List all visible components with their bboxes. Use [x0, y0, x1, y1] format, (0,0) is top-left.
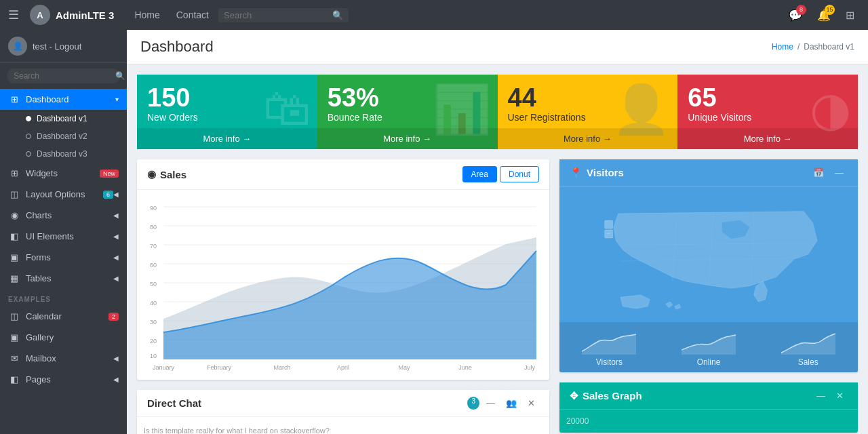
count-badge: 6	[103, 191, 113, 199]
top-search-input[interactable]	[224, 10, 332, 20]
forms-icon: ▣	[8, 252, 20, 262]
top-search-button[interactable]: 🔍	[332, 10, 343, 20]
svg-text:60: 60	[150, 262, 157, 269]
sales-graph-card: ✥ Sales Graph — ✕ 20000	[559, 382, 858, 433]
sales-minimize-btn[interactable]: —	[812, 389, 829, 402]
breadcrumb-home[interactable]: Home	[772, 42, 793, 52]
visitors-footer: Visitors Online	[559, 322, 858, 372]
sidebar-item-gallery[interactable]: ▣ Gallery	[0, 327, 127, 348]
sidebar-item-label: Charts	[26, 210, 113, 220]
charts-icon: ◉	[8, 210, 20, 220]
dashboard-icon: ⊞	[8, 94, 20, 104]
sidebar-item-charts[interactable]: ◉ Charts ◀	[0, 205, 127, 226]
svg-text:June: June	[458, 364, 472, 371]
notifications-badge: 15	[825, 5, 835, 15]
layout-icon: ◫	[8, 189, 20, 199]
svg-text:20: 20	[150, 338, 157, 344]
tables-icon: ▦	[8, 273, 20, 283]
map-pin-icon: 📍	[570, 167, 583, 179]
breadcrumb-current: Dashboard v1	[804, 42, 854, 52]
bounce-icon: 📊	[432, 81, 491, 137]
notifications-icon[interactable]: 🔔 15	[812, 6, 836, 24]
sidebar-search-button[interactable]: 🔍	[115, 71, 125, 81]
messages-icon[interactable]: 💬 8	[783, 6, 808, 24]
sidebar-search-input[interactable]	[14, 71, 115, 81]
sales-graph-body: 20000	[559, 410, 858, 433]
sales-svg: 90 80 70 60 50 40 30 20 10	[144, 197, 542, 373]
subitem-label: Dashboard v1	[37, 114, 87, 123]
sub-dot-icon	[26, 134, 31, 139]
sidebar-item-label: Layout Options	[26, 189, 103, 199]
chat-count-badge: 3	[467, 397, 479, 410]
visitors-minimize-btn[interactable]: —	[831, 166, 848, 179]
svg-text:40: 40	[150, 300, 157, 307]
sales-card-header: ◉ Sales Area Donut	[137, 159, 549, 190]
sidebar-subitem-dashboard-v3[interactable]: Dashboard v3	[0, 145, 127, 163]
mini-chart-svg	[781, 331, 835, 355]
examples-section: EXAMPLES	[0, 289, 127, 306]
sidebar-toggle[interactable]: ☰	[8, 7, 19, 22]
chevron-icon: ◀	[113, 254, 119, 261]
sidebar-item-label: Dashboard	[26, 94, 115, 104]
sidebar-item-label: Calendar	[26, 311, 108, 321]
visitors-title: 📍 Visitors	[570, 167, 624, 179]
sidebar-subitem-dashboard-v1[interactable]: Dashboard v1	[0, 110, 127, 127]
sub-dot-icon	[26, 151, 31, 157]
svg-text:+: +	[607, 221, 610, 227]
brand-name: AdminLTE 3	[56, 9, 114, 21]
visitors-stat-visitors: Visitors	[559, 322, 659, 372]
visitors-calendar-btn[interactable]: 📅	[809, 166, 828, 179]
chat-collapse-btn[interactable]: —	[482, 397, 499, 410]
sidebar-item-dashboard[interactable]: ⊞ Dashboard ▾	[0, 89, 127, 110]
chat-close-btn[interactable]: ✕	[524, 397, 539, 410]
chat-messages: Is this template really for what I heard…	[137, 417, 549, 434]
svg-text:70: 70	[150, 243, 157, 250]
sidebar-item-mailbox[interactable]: ✉ Mailbox ◀	[0, 348, 127, 369]
vis-icon: ◑	[810, 81, 851, 137]
sidebar-item-widgets[interactable]: ⊞ Widgets New	[0, 163, 127, 184]
chevron-icon: ▾	[115, 96, 119, 103]
chevron-icon: ◀	[113, 233, 119, 240]
chevron-icon: ◀	[113, 376, 119, 383]
page-title: Dashboard	[140, 38, 214, 56]
svg-text:May: May	[398, 364, 410, 371]
usa-map-svg: + −	[559, 186, 858, 322]
donut-button[interactable]: Donut	[500, 166, 539, 182]
sidebar-item-forms[interactable]: ▣ Forms ◀	[0, 247, 127, 268]
sidebar-item-label: Gallery	[26, 332, 119, 342]
sidebar-item-pages[interactable]: ◧ Pages ◀	[0, 369, 127, 390]
svg-text:90: 90	[150, 205, 157, 212]
sales-chart-area: 90 80 70 60 50 40 30 20 10	[144, 197, 542, 373]
sales-close-btn[interactable]: ✕	[832, 389, 848, 402]
svg-text:January: January	[153, 364, 175, 371]
area-button[interactable]: Area	[462, 166, 497, 182]
sub-dot-icon	[26, 116, 31, 121]
right-column: 📍 Visitors 📅 —	[559, 159, 858, 434]
sidebar-item-ui[interactable]: ◧ UI Elements ◀	[0, 226, 127, 247]
sales-stat-label: Sales	[764, 357, 852, 367]
apps-icon[interactable]: ⊞	[840, 6, 860, 24]
svg-text:March: March	[273, 364, 290, 371]
direct-chat-title: Direct Chat	[147, 397, 201, 409]
sidebar-item-tables[interactable]: ▦ Tables ◀	[0, 268, 127, 289]
sidebar-nav: ⊞ Dashboard ▾ Dashboard v1 Dashboard v2 …	[0, 89, 127, 434]
sidebar-item-calendar[interactable]: ◫ Calendar 2	[0, 306, 127, 327]
two-column-layout: ◉ Sales Area Donut	[137, 159, 858, 434]
sales-graph-value: 20000	[566, 416, 851, 426]
sidebar-subitem-dashboard-v2[interactable]: Dashboard v2	[0, 127, 127, 145]
nav-contact[interactable]: Contact	[170, 5, 216, 24]
chat-users-btn[interactable]: 👥	[502, 397, 521, 410]
sidebar-item-label: UI Elements	[26, 231, 113, 241]
svg-text:April: April	[337, 364, 349, 371]
sidebar-item-label: Forms	[26, 252, 113, 262]
chat-system-msg: Is this template really for what I heard…	[144, 424, 542, 434]
direct-chat-tools: 3 — 👥 ✕	[467, 397, 539, 410]
svg-text:10: 10	[150, 353, 157, 359]
subitem-label: Dashboard v2	[37, 132, 87, 141]
nav-links: Home Contact	[127, 5, 216, 24]
sidebar-item-layout[interactable]: ◫ Layout Options 6 ◀	[0, 184, 127, 205]
sidebar-item-label: Pages	[26, 374, 113, 384]
gallery-icon: ▣	[8, 332, 20, 342]
reg-icon: 👤	[612, 81, 671, 137]
nav-home[interactable]: Home	[127, 5, 166, 24]
